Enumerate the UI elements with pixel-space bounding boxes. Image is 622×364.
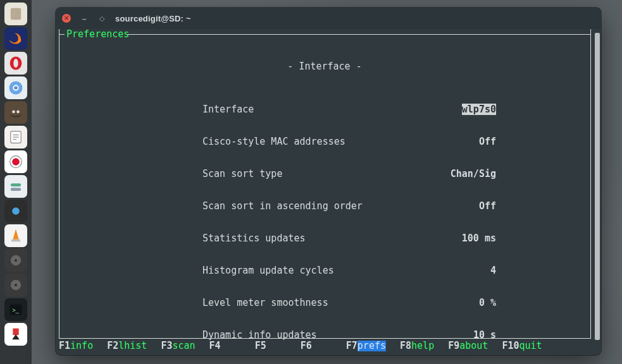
frame-title: Preferences xyxy=(66,29,130,40)
pref-value: 4 xyxy=(413,265,496,276)
svg-point-20 xyxy=(15,259,17,262)
pref-label: Interface xyxy=(202,104,254,115)
svg-rect-18 xyxy=(11,240,20,242)
pref-label: Statistics updates xyxy=(202,233,306,244)
dock: >_ xyxy=(0,0,32,364)
dock-gimp-icon[interactable] xyxy=(4,101,27,124)
pref-row-cisco[interactable]: Cisco-style MAC addresses Off xyxy=(59,136,590,147)
dock-opera-icon[interactable] xyxy=(4,52,27,75)
dock-transmission-icon[interactable] xyxy=(4,323,27,346)
pref-label: Histogram update cycles xyxy=(202,265,334,276)
svg-point-3 xyxy=(13,59,18,68)
fkey-f7[interactable]: F7prefs xyxy=(346,341,386,351)
fkey-f10[interactable]: F10quit xyxy=(502,341,542,351)
svg-point-22 xyxy=(15,284,17,286)
scrollbar[interactable] xyxy=(595,33,600,340)
pref-row-asc[interactable]: Scan sort in ascending order Off xyxy=(59,201,590,212)
pref-value: 100 ms xyxy=(413,233,496,244)
svg-text:>_: >_ xyxy=(12,307,19,313)
pref-label: Level meter smoothness xyxy=(202,298,328,308)
fkey-f6[interactable]: F6 xyxy=(301,341,312,351)
svg-rect-15 xyxy=(11,183,21,186)
dock-terminal-icon[interactable]: >_ xyxy=(4,298,27,321)
function-key-bar: F1info F2lhist F3scan F4 F5 F6 F7prefs F… xyxy=(59,341,591,351)
titlebar[interactable]: ✕ – ◇ sourcedigit@SD: ~ xyxy=(56,8,601,29)
pref-value: Chan/Sig xyxy=(413,169,496,179)
fkey-f4[interactable]: F4 xyxy=(209,341,221,351)
pref-value: 10 s xyxy=(413,330,496,341)
pref-value: Off xyxy=(413,136,496,147)
pref-label: Scan sort type xyxy=(202,169,282,179)
pref-value-selected[interactable]: wlp7s0 xyxy=(462,104,496,115)
dock-disk2-icon[interactable] xyxy=(4,274,27,296)
dock-vlc-icon[interactable] xyxy=(4,224,27,247)
svg-point-6 xyxy=(14,86,18,90)
dock-software-icon[interactable] xyxy=(4,200,27,222)
svg-rect-0 xyxy=(11,8,21,20)
dock-settings-icon[interactable] xyxy=(4,175,27,198)
preferences-content: - Interface - Interface wlp7s0 Cisco-sty… xyxy=(59,40,590,338)
dock-texteditor-icon[interactable] xyxy=(4,126,27,149)
fkey-f2[interactable]: F2lhist xyxy=(107,341,147,351)
fkey-f1[interactable]: F1info xyxy=(59,341,93,351)
fkey-f9[interactable]: F9about xyxy=(448,341,488,351)
close-icon[interactable]: ✕ xyxy=(62,14,71,23)
dock-firefox-icon[interactable] xyxy=(4,27,27,50)
pref-row-sort[interactable]: Scan sort type Chan/Sig xyxy=(59,169,590,179)
pref-row-smooth[interactable]: Level meter smoothness 0 % xyxy=(59,298,590,308)
section-interface: - Interface - xyxy=(59,61,590,72)
maximize-icon[interactable]: ◇ xyxy=(97,14,106,23)
pref-label: Scan sort in ascending order xyxy=(202,201,363,212)
dock-shutter-icon[interactable] xyxy=(4,150,27,173)
window-title: sourcedigit@SD: ~ xyxy=(115,14,191,23)
pref-row-stats[interactable]: Statistics updates 100 ms xyxy=(59,233,590,244)
svg-point-17 xyxy=(12,207,20,215)
minimize-icon[interactable]: – xyxy=(80,14,89,23)
terminal-window: ✕ – ◇ sourcedigit@SD: ~ Preferences - In… xyxy=(56,8,601,355)
fkey-f8[interactable]: F8help xyxy=(400,341,434,351)
pref-label: Dynamic info updates xyxy=(202,330,317,341)
pref-row-interface[interactable]: Interface wlp7s0 xyxy=(59,104,590,115)
dock-disk1-icon[interactable] xyxy=(4,249,27,272)
terminal-body: Preferences - Interface - Interface wlp7… xyxy=(56,29,601,355)
svg-rect-25 xyxy=(13,329,18,336)
fkey-f5[interactable]: F5 xyxy=(255,341,266,351)
dock-chromium-icon[interactable] xyxy=(4,76,27,99)
pref-value: Off xyxy=(413,201,496,212)
pref-label: Cisco-style MAC addresses xyxy=(202,136,345,147)
svg-point-7 xyxy=(12,111,15,114)
pref-row-dyn[interactable]: Dynamic info updates 10 s xyxy=(59,330,590,341)
svg-rect-16 xyxy=(11,188,21,191)
dock-files-icon[interactable] xyxy=(4,3,27,25)
pref-row-hist[interactable]: Histogram update cycles 4 xyxy=(59,265,590,276)
fkey-f3[interactable]: F3scan xyxy=(161,341,195,351)
pref-value: 0 % xyxy=(413,298,496,308)
svg-point-14 xyxy=(12,158,20,166)
svg-point-8 xyxy=(16,111,20,114)
